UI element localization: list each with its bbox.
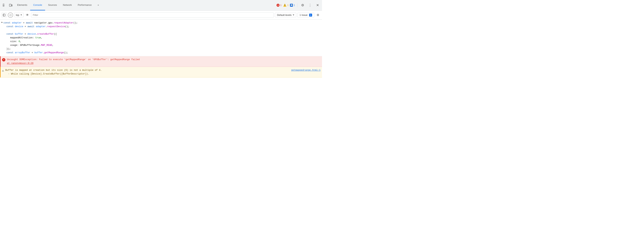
error-message-line2[interactable]: at <anonymous>:9:28 bbox=[7, 62, 34, 65]
svg-rect-3 bbox=[12, 5, 12, 6]
code-line-blank bbox=[4, 28, 322, 32]
log-levels-dropdown[interactable]: Default levels bbox=[275, 13, 296, 17]
warning-line2: - While calling [Device].CreateBuffer([B… bbox=[6, 73, 89, 75]
warning-badge[interactable]: ⚠️ 1 bbox=[283, 4, 289, 7]
tab-more[interactable]: » bbox=[95, 0, 102, 10]
svg-rect-2 bbox=[9, 4, 11, 6]
second-toolbar: ⊘ top 👁 Default levels 1 Issue: 1 ⚙ bbox=[0, 10, 322, 20]
code-line-3: const buffer = device.createBuffer({ bbox=[4, 32, 322, 36]
code-line-1: const adapter = await navigator.gpu.requ… bbox=[4, 21, 322, 25]
close-button[interactable]: ✕ bbox=[314, 2, 320, 8]
more-options-button[interactable]: ⋮ bbox=[307, 2, 313, 8]
svg-rect-4 bbox=[3, 14, 5, 16]
tab-elements[interactable]: Elements bbox=[14, 0, 30, 10]
code-line-7: }); bbox=[4, 47, 322, 51]
inspect-element-button[interactable] bbox=[2, 2, 8, 8]
info-badge[interactable]: 💬 1 bbox=[290, 4, 295, 7]
error-text: Uncaught DOMException: Failed to execute… bbox=[7, 58, 140, 65]
code-block: const adapter = await navigator.gpu.requ… bbox=[4, 20, 322, 55]
code-line-8: const arrayBuffer = buffer.getMappedRang… bbox=[4, 51, 322, 54]
error-entry: ✕ Uncaught DOMException: Failed to execu… bbox=[0, 56, 322, 67]
toolbar-right: ✕ 1 ⚠️ 1 💬 1 ⚙ ⋮ ✕ bbox=[276, 2, 320, 8]
expand-arrow-icon[interactable]: ▶ bbox=[2, 21, 3, 24]
error-icon: ✕ bbox=[276, 4, 280, 7]
console-settings-button[interactable]: ⚙ bbox=[315, 12, 320, 18]
warning-text: Buffer is mapped at creation but its siz… bbox=[6, 68, 291, 76]
comment-icon: 💬 bbox=[290, 4, 293, 7]
warning-triangle-icon: ⚠️ bbox=[283, 4, 286, 7]
tab-network[interactable]: Network bbox=[60, 0, 75, 10]
chevron-down-icon bbox=[293, 14, 294, 16]
context-dropdown[interactable]: top bbox=[14, 13, 24, 17]
code-line-4: mappedAtCreation: true, bbox=[4, 36, 322, 40]
issues-icon: 1 bbox=[309, 14, 312, 16]
code-line-6: usage: GPUBufferUsage.MAP_READ, bbox=[4, 44, 322, 47]
clear-console-button[interactable]: ⊘ bbox=[8, 12, 13, 18]
error-message-line1: Uncaught DOMException: Failed to execute… bbox=[7, 58, 140, 61]
chevron-down-icon bbox=[20, 14, 22, 16]
error-circle-icon: ✕ bbox=[2, 58, 6, 62]
code-line-5: size: 6, bbox=[4, 40, 322, 44]
svg-rect-0 bbox=[3, 4, 4, 5]
svg-rect-1 bbox=[3, 5, 4, 6]
error-badge[interactable]: ✕ 1 bbox=[276, 4, 282, 7]
device-toolbar-button[interactable] bbox=[8, 2, 14, 8]
warning-line1: Buffer is mapped at creation but its siz… bbox=[6, 69, 102, 72]
filter-input[interactable] bbox=[31, 12, 274, 18]
top-toolbar: Elements Console Sources Network Perform… bbox=[0, 0, 322, 10]
warning-entry: ⚠️ Buffer is mapped at creation but its … bbox=[0, 67, 322, 78]
sidebar-toggle-button[interactable] bbox=[2, 12, 7, 18]
console-code-entry: ▶ const adapter = await navigator.gpu.re… bbox=[0, 20, 322, 56]
divider bbox=[297, 3, 298, 7]
warning-triangle-icon: ⚠️ bbox=[2, 68, 4, 74]
live-expressions-button[interactable]: 👁 bbox=[25, 12, 30, 18]
console-content: ▶ const adapter = await navigator.gpu.re… bbox=[0, 20, 322, 112]
tab-sources[interactable]: Sources bbox=[45, 0, 60, 10]
code-line-2: const device = await adapter.requestDevi… bbox=[4, 25, 322, 28]
settings-button[interactable]: ⚙ bbox=[300, 2, 306, 8]
issues-button[interactable]: 1 Issue: 1 bbox=[298, 13, 314, 18]
tab-list: Elements Console Sources Network Perform… bbox=[14, 0, 276, 10]
tab-performance[interactable]: Performance bbox=[75, 0, 94, 10]
warning-source-link[interactable]: getmappedrange.html:1 bbox=[291, 68, 320, 72]
tab-console[interactable]: Console bbox=[30, 0, 45, 10]
